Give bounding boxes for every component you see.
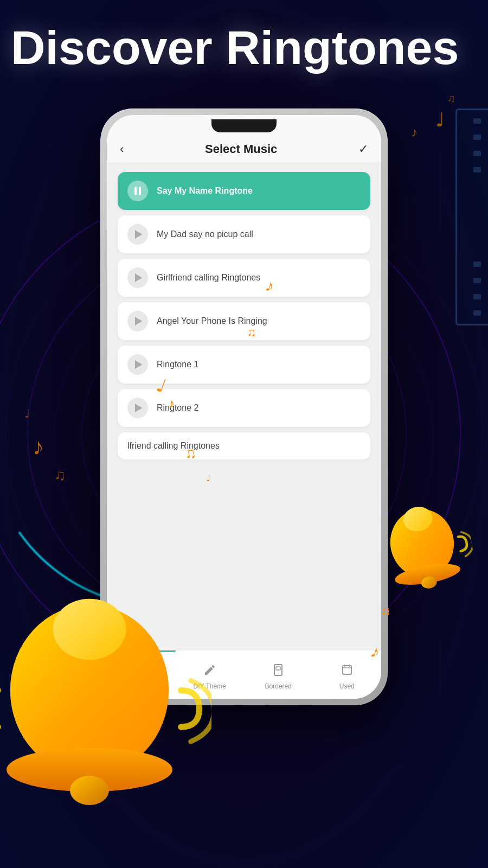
music-list-content: Say My Name Ringtone My Dad say no picup… — [107, 163, 381, 650]
status-bar — [107, 115, 381, 137]
phone-inner: ‹ Select Music ✓ Say My Name Ringtone — [107, 115, 381, 699]
music-title-1: Say My Name Ringtone — [157, 186, 253, 196]
svg-rect-5 — [343, 666, 351, 674]
film-hole-7 — [473, 278, 481, 283]
phone-container: ‹ Select Music ✓ Say My Name Ringtone — [100, 108, 388, 705]
nav-label-used: Used — [339, 682, 355, 690]
notch — [211, 119, 277, 132]
music-item-1[interactable]: Say My Name Ringtone — [118, 172, 370, 210]
svg-rect-4 — [276, 667, 280, 670]
play-icon-3 — [135, 273, 142, 282]
back-button[interactable]: ‹ — [120, 142, 124, 156]
nav-label-diy: DIY Theme — [194, 682, 226, 690]
music-item-2[interactable]: My Dad say no picup call — [118, 215, 370, 253]
play-btn-3[interactable] — [127, 267, 148, 288]
music-item-6[interactable]: Ringtone 2 — [118, 389, 370, 427]
svg-rect-6 — [344, 665, 345, 667]
nav-label-bordered: Bordered — [265, 682, 292, 690]
nav-item-bordered[interactable]: Bordered — [244, 650, 313, 699]
confirm-button[interactable]: ✓ — [358, 142, 368, 156]
used-icon — [341, 663, 354, 680]
music-title-6: Ringtone 2 — [157, 403, 198, 413]
nav-item-theme[interactable]: Theme — [107, 650, 176, 699]
theme-icon — [134, 663, 147, 680]
film-hole-5 — [473, 310, 481, 316]
play-icon-5 — [135, 360, 142, 369]
music-item-5[interactable]: Ringtone 1 — [118, 346, 370, 384]
music-item-7[interactable]: lfriend calling Ringtones — [118, 432, 370, 459]
discover-title: Discover Ringtones — [11, 22, 459, 74]
play-btn-4[interactable] — [127, 311, 148, 331]
music-title-4: Angel Your Phone Is Ringing — [157, 316, 267, 326]
pause-icon-1 — [134, 187, 141, 195]
music-item-3[interactable]: Girlfriend calling Ringtones — [118, 259, 370, 297]
music-title-3: Girlfriend calling Ringtones — [157, 273, 260, 283]
svg-point-2 — [143, 672, 145, 674]
bordered-icon — [272, 663, 285, 680]
music-title-7: lfriend calling Ringtones — [127, 441, 220, 451]
film-hole-8 — [473, 261, 481, 267]
filmstrip — [455, 108, 488, 326]
diy-icon — [203, 663, 216, 680]
music-title-5: Ringtone 1 — [157, 360, 198, 369]
play-icon-6 — [135, 404, 142, 412]
svg-rect-7 — [349, 665, 350, 667]
film-hole-6 — [473, 294, 481, 299]
pause-bar-1a — [134, 187, 137, 195]
nav-item-diy[interactable]: DIY Theme — [176, 650, 245, 699]
play-btn-5[interactable] — [127, 354, 148, 375]
music-item-4[interactable]: Angel Your Phone Is Ringing — [118, 302, 370, 340]
play-btn-6[interactable] — [127, 398, 148, 418]
pause-bar-1b — [139, 187, 141, 195]
play-icon-4 — [135, 317, 142, 326]
nav-label-theme: Theme — [131, 682, 151, 690]
film-hole-2 — [473, 135, 481, 140]
music-title-2: My Dad say no picup call — [157, 229, 253, 239]
app-header: ‹ Select Music ✓ — [107, 137, 381, 163]
svg-point-1 — [143, 666, 145, 668]
film-hole-3 — [473, 151, 481, 156]
play-icon-2 — [135, 230, 142, 239]
nav-item-used[interactable]: Used — [313, 650, 382, 699]
svg-point-0 — [137, 672, 139, 674]
film-hole-4 — [473, 167, 481, 173]
play-btn-1[interactable] — [127, 181, 148, 201]
film-hole-1 — [473, 118, 481, 124]
phone-outer: ‹ Select Music ✓ Say My Name Ringtone — [100, 108, 388, 705]
bottom-nav: Theme DIY Theme — [107, 650, 381, 699]
screen-title: Select Music — [205, 142, 277, 156]
play-btn-2[interactable] — [127, 224, 148, 245]
